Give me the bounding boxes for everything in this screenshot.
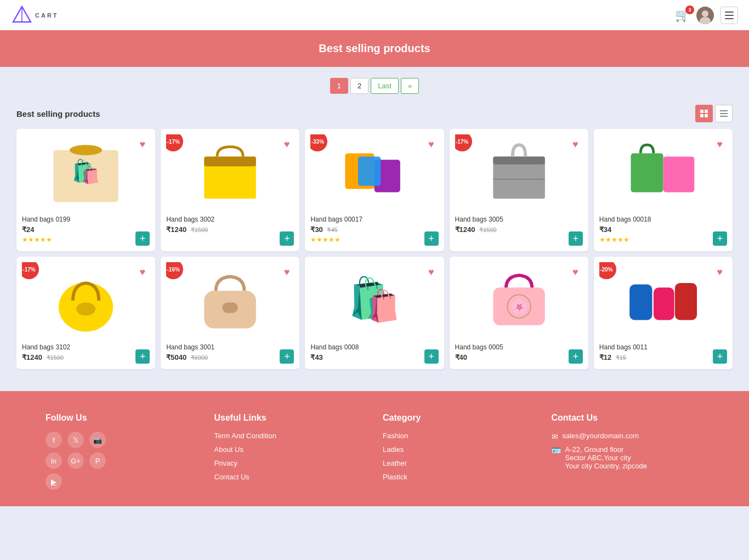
page-1-button[interactable]: 1: [330, 78, 348, 94]
svg-rect-7: [705, 110, 708, 113]
add-to-cart-button[interactable]: +: [280, 349, 294, 364]
googleplus-icon[interactable]: G+: [67, 452, 84, 469]
product-price: ₹43: [310, 353, 438, 361]
product-price: ₹30 ₹45: [310, 225, 438, 234]
product-price: ₹34: [599, 225, 727, 234]
wishlist-button[interactable]: ♥: [572, 267, 578, 278]
footer-link-contact[interactable]: Contact Us: [214, 473, 367, 481]
original-price: ₹1500: [479, 227, 496, 233]
footer-cat-fashion[interactable]: Fashion: [383, 432, 535, 440]
product-bag-svg: [599, 137, 727, 208]
add-to-cart-button[interactable]: +: [713, 231, 727, 246]
wishlist-button[interactable]: ♥: [717, 139, 723, 150]
list-view-button[interactable]: [715, 105, 733, 122]
banner-title: Best selling products: [12, 42, 737, 55]
page-next-button[interactable]: »: [401, 78, 419, 94]
product-name: Hand bags 0199: [22, 216, 150, 223]
header: CART 🛒 3: [0, 0, 749, 30]
contact-email: ✉ sales@yourdomain.com: [552, 432, 704, 441]
contact-email-text: sales@yourdomain.com: [563, 432, 639, 440]
page-last-button[interactable]: Last: [371, 78, 399, 94]
product-card: -16% ♥ Hand bags 3001 ₹5040 ₹6000 +: [161, 257, 299, 369]
footer-contact: Contact Us ✉ sales@yourdomain.com 🪪 A-22…: [552, 413, 704, 490]
footer-cat-ladies[interactable]: Ladies: [383, 445, 535, 454]
product-image-area: ♥: [599, 134, 727, 211]
product-price: ₹12 ₹15: [599, 353, 727, 361]
contact-title: Contact Us: [552, 413, 704, 423]
original-price: ₹15: [616, 354, 626, 361]
svg-rect-9: [705, 114, 708, 117]
product-bag-svg: [166, 265, 294, 336]
main-content: 1 2 Last » Best selling products: [0, 67, 749, 391]
star-rating: ★★★★★: [310, 236, 438, 244]
product-price: ₹40: [455, 353, 583, 361]
facebook-icon[interactable]: f: [46, 432, 62, 448]
avatar[interactable]: [696, 7, 714, 24]
linkedin-icon[interactable]: in: [46, 452, 62, 469]
svg-rect-10: [720, 110, 728, 111]
svg-rect-12: [720, 116, 728, 117]
product-bag-svg: 🌸: [455, 265, 583, 336]
add-to-cart-button[interactable]: +: [280, 231, 294, 246]
products-grid: ♥ 🛍️ Hand bags 0199 ₹24 ★★★★★ + -17% ♥ H…: [16, 129, 733, 369]
logo-icon: [11, 4, 33, 26]
product-image-area: -16% ♥: [166, 262, 294, 339]
page-2-button[interactable]: 2: [350, 78, 368, 94]
view-toggle: [695, 105, 733, 122]
footer-follow-us: Follow Us f 𝕏 📷 in G+ P ▶: [46, 413, 198, 490]
svg-text:🛍️: 🛍️: [72, 158, 100, 185]
wishlist-button[interactable]: ♥: [140, 267, 146, 278]
wishlist-button[interactable]: ♥: [428, 267, 434, 278]
social-icons-row1: f 𝕏 📷: [46, 432, 198, 448]
product-card: ♥ 🌸 Hand bags 0005 ₹40 +: [450, 257, 588, 369]
product-bag-svg: [599, 265, 727, 336]
header-actions: 🛒 3: [675, 7, 738, 24]
footer: Follow Us f 𝕏 📷 in G+ P ▶ Useful Links T…: [0, 391, 749, 506]
svg-rect-35: [629, 284, 652, 320]
pinterest-icon[interactable]: P: [89, 452, 106, 469]
product-name: Hand bags 3002: [166, 216, 294, 223]
add-to-cart-button[interactable]: +: [569, 349, 583, 364]
add-to-cart-button[interactable]: +: [424, 231, 439, 246]
footer-cat-plastick[interactable]: Plastick: [383, 473, 535, 481]
address-line2: Sector ABC,Your city: [565, 454, 648, 462]
add-to-cart-button[interactable]: +: [424, 349, 439, 364]
add-to-cart-button[interactable]: +: [713, 349, 727, 364]
svg-rect-17: [205, 156, 257, 166]
menu-line3: [725, 18, 734, 19]
instagram-icon[interactable]: 📷: [89, 432, 106, 448]
cart-button[interactable]: 🛒 3: [675, 8, 690, 22]
product-name: Hand bags 0011: [599, 343, 727, 351]
footer-link-privacy[interactable]: Privacy: [214, 459, 367, 467]
svg-rect-11: [720, 113, 728, 114]
youtube-icon[interactable]: ▶: [46, 473, 62, 490]
address-icon: 🪪: [552, 446, 561, 455]
wishlist-button[interactable]: ♥: [284, 267, 290, 278]
product-name: Hand bags 0008: [310, 343, 438, 351]
twitter-icon[interactable]: 𝕏: [67, 432, 84, 448]
grid-view-button[interactable]: [695, 105, 713, 122]
logo-text: CART: [35, 12, 59, 19]
wishlist-button[interactable]: ♥: [717, 267, 723, 278]
product-image-area: -17% ♥: [166, 134, 294, 211]
product-image-area: ♥ 🌸: [455, 262, 583, 339]
footer-link-terms[interactable]: Term And Condition: [214, 432, 367, 440]
wishlist-button[interactable]: ♥: [428, 139, 434, 150]
add-to-cart-button[interactable]: +: [569, 231, 583, 246]
wishlist-button[interactable]: ♥: [284, 139, 290, 150]
menu-button[interactable]: [720, 7, 738, 24]
star-rating: ★★★★★: [22, 236, 150, 244]
product-price: ₹1240 ₹1500: [455, 225, 583, 234]
add-to-cart-button[interactable]: +: [135, 231, 150, 246]
wishlist-button[interactable]: ♥: [140, 139, 146, 150]
social-icons-row2: in G+ P: [46, 452, 198, 469]
add-to-cart-button[interactable]: +: [135, 349, 150, 364]
wishlist-button[interactable]: ♥: [572, 139, 578, 150]
pagination: 1 2 Last »: [16, 78, 733, 94]
footer-cat-leather[interactable]: Leather: [383, 459, 535, 467]
logo[interactable]: CART: [11, 4, 59, 26]
product-image-area: -17% ♥: [22, 262, 150, 339]
footer-link-about[interactable]: About Us: [214, 445, 367, 454]
product-name: Hand bags 00018: [599, 216, 727, 223]
product-name: Hand bags 0005: [455, 343, 583, 351]
